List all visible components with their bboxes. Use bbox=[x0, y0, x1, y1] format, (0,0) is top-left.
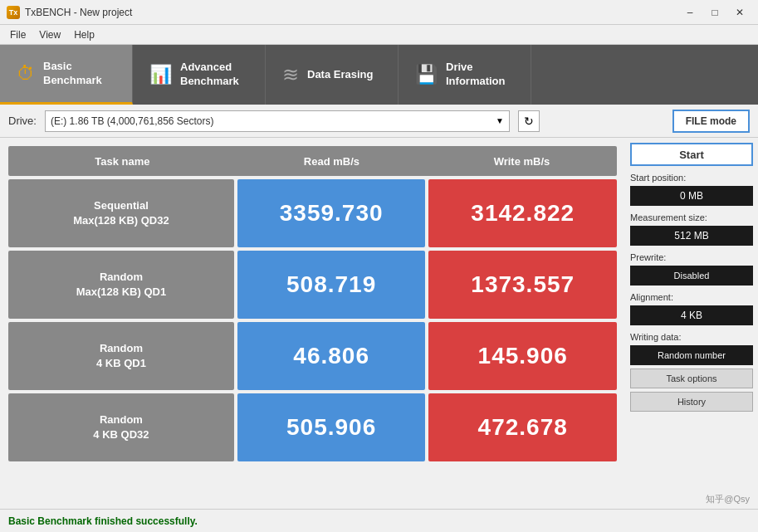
clock-icon: ⏱ bbox=[17, 63, 35, 85]
main-content: Task name Read mB/s Write mB/s Sequentia… bbox=[0, 138, 758, 509]
table-row: SequentialMax(128 KB) QD32 3359.730 3142… bbox=[8, 179, 617, 247]
close-button[interactable]: ✕ bbox=[728, 4, 751, 21]
row1-read: 3359.730 bbox=[237, 179, 426, 247]
dropdown-arrow-icon: ▼ bbox=[496, 116, 504, 125]
row4-name: Random4 KB QD32 bbox=[8, 393, 234, 461]
drive-bar: Drive: (E:) 1.86 TB (4,000,761,856 Secto… bbox=[0, 105, 758, 138]
erase-icon: ≋ bbox=[282, 63, 299, 86]
col-write: Write mB/s bbox=[427, 155, 617, 168]
row1-write: 3142.822 bbox=[428, 179, 617, 247]
title-bar: Tx TxBENCH - New project – □ ✕ bbox=[0, 0, 758, 25]
prewrite-button[interactable]: Disabled bbox=[630, 266, 753, 286]
toolbar: ⏱ Basic Benchmark 📊 Advanced Benchmark ≋… bbox=[0, 45, 758, 105]
drive-label: Drive: bbox=[8, 115, 37, 127]
writing-data-button[interactable]: Random number bbox=[630, 345, 753, 365]
row4-write: 472.678 bbox=[428, 393, 617, 461]
minimize-button[interactable]: – bbox=[678, 4, 702, 21]
col-task-name: Task name bbox=[8, 155, 237, 168]
history-button[interactable]: History bbox=[630, 392, 753, 412]
drive-icon: 💾 bbox=[415, 64, 438, 85]
toolbar-drive-information[interactable]: 💾 Drive Information bbox=[399, 45, 531, 105]
advanced-benchmark-label: Advanced Benchmark bbox=[180, 61, 239, 89]
row2-name: RandomMax(128 KB) QD1 bbox=[8, 251, 234, 319]
row1-name: SequentialMax(128 KB) QD32 bbox=[8, 179, 234, 247]
row2-read: 508.719 bbox=[237, 251, 426, 319]
menu-view[interactable]: View bbox=[32, 27, 67, 42]
row3-write: 145.906 bbox=[428, 322, 617, 390]
table-row: RandomMax(128 KB) QD1 508.719 1373.557 bbox=[8, 251, 617, 319]
table-row: Random4 KB QD1 46.806 145.906 bbox=[8, 322, 617, 390]
file-mode-button[interactable]: FILE mode bbox=[672, 110, 750, 133]
start-position-label: Start position: bbox=[630, 173, 753, 183]
alignment-value: 4 KB bbox=[630, 305, 753, 325]
row3-name: Random4 KB QD1 bbox=[8, 322, 234, 390]
refresh-icon: ↻ bbox=[524, 115, 534, 128]
drive-information-label: Drive Information bbox=[446, 61, 506, 89]
start-position-value: 0 MB bbox=[630, 186, 753, 206]
prewrite-label: Prewrite: bbox=[630, 252, 753, 262]
row2-write: 1373.557 bbox=[428, 251, 617, 319]
right-panel: Start Start position: 0 MB Measurement s… bbox=[625, 138, 758, 509]
drive-select[interactable]: (E:) 1.86 TB (4,000,761,856 Sectors) ▼ bbox=[45, 110, 510, 132]
status-message: Basic Benchmark finished successfully. bbox=[8, 515, 198, 527]
window-title: TxBENCH - New project bbox=[25, 7, 132, 18]
start-button[interactable]: Start bbox=[630, 143, 753, 166]
measurement-size-value: 512 MB bbox=[630, 226, 753, 246]
benchmark-area: Task name Read mB/s Write mB/s Sequentia… bbox=[0, 138, 625, 509]
toolbar-data-erasing[interactable]: ≋ Data Erasing bbox=[266, 45, 399, 105]
menu-file[interactable]: File bbox=[3, 27, 32, 42]
toolbar-basic-benchmark[interactable]: ⏱ Basic Benchmark bbox=[0, 45, 133, 105]
drive-refresh-button[interactable]: ↻ bbox=[518, 110, 540, 132]
writing-data-label: Writing data: bbox=[630, 332, 753, 342]
col-read: Read mB/s bbox=[237, 155, 427, 168]
status-bar: Basic Benchmark finished successfully. bbox=[0, 509, 758, 532]
title-bar-controls: – □ ✕ bbox=[678, 4, 751, 21]
title-bar-left: Tx TxBENCH - New project bbox=[7, 6, 132, 19]
toolbar-advanced-benchmark[interactable]: 📊 Advanced Benchmark bbox=[133, 45, 266, 105]
task-options-button[interactable]: Task options bbox=[630, 368, 753, 388]
maximize-button[interactable]: □ bbox=[703, 4, 726, 21]
menu-help[interactable]: Help bbox=[67, 27, 101, 42]
table-row: Random4 KB QD32 505.906 472.678 bbox=[8, 393, 617, 461]
row3-read: 46.806 bbox=[237, 322, 426, 390]
app-icon: Tx bbox=[7, 6, 20, 19]
measurement-size-label: Measurement size: bbox=[630, 212, 753, 222]
drive-select-value: (E:) 1.86 TB (4,000,761,856 Sectors) bbox=[51, 115, 214, 127]
basic-benchmark-label: Basic Benchmark bbox=[43, 60, 102, 88]
alignment-label: Alignment: bbox=[630, 292, 753, 302]
table-header: Task name Read mB/s Write mB/s bbox=[8, 146, 617, 176]
row4-read: 505.906 bbox=[237, 393, 426, 461]
menu-bar: File View Help bbox=[0, 25, 758, 45]
chart-icon: 📊 bbox=[149, 64, 172, 85]
data-erasing-label: Data Erasing bbox=[307, 68, 373, 82]
